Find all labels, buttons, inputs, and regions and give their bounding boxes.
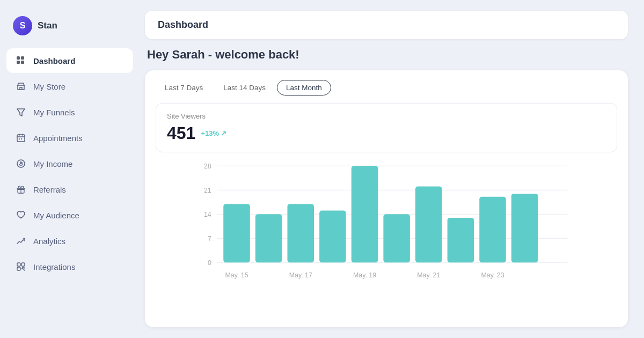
sidebar-item-dashboard[interactable]: Dashboard <box>6 48 133 73</box>
sidebar-item-appointments[interactable]: Appointments <box>6 126 133 150</box>
sidebar-item-label: Integrations <box>33 262 75 271</box>
metric-value-row: 451 +13% ↗ <box>167 123 606 143</box>
svg-rect-12 <box>17 267 20 270</box>
bar-may15a <box>223 204 250 262</box>
bar-chart: 28 21 14 7 0 <box>156 160 617 305</box>
dollar-icon <box>15 158 27 170</box>
heart-icon <box>15 209 27 221</box>
page-header: Dashboard <box>145 11 628 39</box>
svg-rect-0 <box>17 56 20 60</box>
metric-change-badge: +13% ↗ <box>201 129 226 137</box>
analytics-icon <box>15 235 27 247</box>
sidebar-item-label: Dashboard <box>33 56 75 65</box>
bar-may22 <box>448 218 474 262</box>
bar-may20 <box>383 214 410 262</box>
x-label-may19: May. 19 <box>353 271 376 279</box>
sidebar-item-my-store[interactable]: My Store <box>6 74 133 99</box>
trend-icon: ↗ <box>221 129 226 137</box>
sidebar-item-label: My Funnels <box>33 108 75 117</box>
sidebar-item-label: My Store <box>33 82 65 91</box>
app-logo[interactable]: S Stan <box>0 11 140 48</box>
bar-may17 <box>288 204 314 262</box>
app-name: Stan <box>38 20 57 31</box>
svg-rect-5 <box>19 138 20 139</box>
svg-rect-11 <box>21 263 25 266</box>
y-label-14: 14 <box>204 211 211 218</box>
x-label-may23: May. 23 <box>481 271 504 279</box>
sidebar-item-label: Appointments <box>33 134 83 143</box>
x-label-may15: May. 15 <box>225 271 248 279</box>
grid-icon <box>15 55 27 67</box>
main-content: Dashboard Hey Sarah - welcome back! Last… <box>140 0 644 338</box>
sidebar-item-label: Analytics <box>33 237 65 246</box>
chart-container: 28 21 14 7 0 <box>145 160 628 310</box>
tab-last-7-days[interactable]: Last 7 Days <box>156 80 212 95</box>
metric-card: Site Viewers 451 +13% ↗ <box>156 103 617 152</box>
y-label-28: 28 <box>204 163 211 170</box>
store-icon <box>15 80 27 92</box>
sidebar-item-my-income[interactable]: My Income <box>6 151 133 176</box>
sidebar-item-my-audience[interactable]: My Audience <box>6 203 133 227</box>
sidebar-item-referrals[interactable]: Referrals <box>6 177 133 202</box>
sidebar-item-analytics[interactable]: Analytics <box>6 229 133 253</box>
puzzle-icon <box>15 261 27 273</box>
y-label-7: 7 <box>208 235 211 243</box>
funnel-icon <box>15 106 27 118</box>
tab-last-14-days[interactable]: Last 14 Days <box>214 80 275 95</box>
sidebar-item-label: Referrals <box>33 185 66 194</box>
svg-rect-6 <box>21 138 22 139</box>
y-label-21: 21 <box>204 187 211 194</box>
sidebar: S Stan Dashboard My S <box>0 0 140 338</box>
svg-rect-3 <box>21 61 24 64</box>
bar-may16 <box>255 214 282 262</box>
sidebar-item-my-funnels[interactable]: My Funnels <box>6 100 133 124</box>
calendar-icon <box>15 132 27 144</box>
logo-icon: S <box>13 16 32 35</box>
y-label-0: 0 <box>208 259 211 267</box>
bar-may24 <box>511 194 538 262</box>
gift-icon <box>15 183 27 195</box>
metric-label: Site Viewers <box>167 112 606 120</box>
dashboard-card: Last 7 Days Last 14 Days Last Month Site… <box>145 70 628 327</box>
bar-may21 <box>415 187 442 263</box>
svg-rect-1 <box>21 56 24 60</box>
sidebar-nav: Dashboard My Store My Funnels <box>0 48 140 279</box>
sidebar-item-integrations[interactable]: Integrations <box>6 254 133 279</box>
tab-last-month[interactable]: Last Month <box>277 80 331 95</box>
bar-may23 <box>479 197 506 263</box>
page-title: Dashboard <box>158 19 208 30</box>
welcome-message: Hey Sarah - welcome back! <box>145 48 628 62</box>
metric-value: 451 <box>167 123 195 143</box>
sidebar-item-label: My Income <box>33 159 72 168</box>
bar-may19 <box>352 166 378 262</box>
svg-rect-2 <box>17 61 20 64</box>
bar-may18 <box>319 211 346 263</box>
x-label-may21: May. 21 <box>417 271 440 279</box>
sidebar-item-label: My Audience <box>33 211 79 220</box>
time-filter-tabs: Last 7 Days Last 14 Days Last Month <box>145 70 628 95</box>
svg-rect-4 <box>17 135 25 142</box>
metric-change-value: +13% <box>201 129 219 137</box>
x-label-may17: May. 17 <box>289 271 312 279</box>
svg-rect-10 <box>17 263 20 266</box>
